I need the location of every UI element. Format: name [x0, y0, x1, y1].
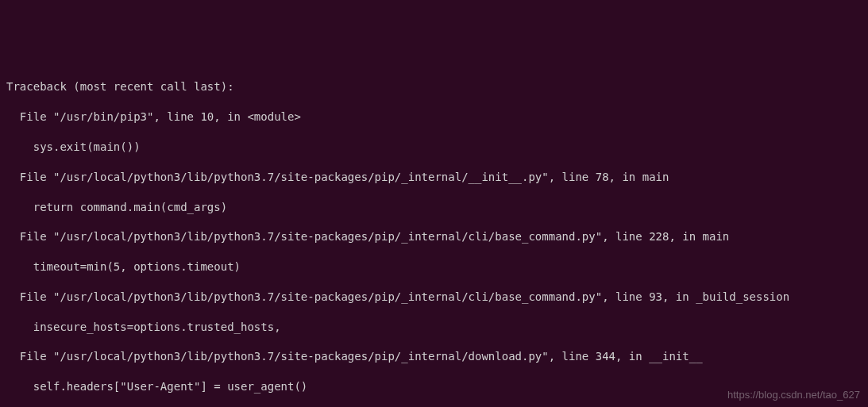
traceback-line: self.headers["User-Agent"] = user_agent(… [6, 379, 862, 394]
traceback-line: Traceback (most recent call last): [6, 79, 862, 94]
traceback-line: File "/usr/local/python3/lib/python3.7/s… [6, 229, 862, 244]
traceback-line: sys.exit(main()) [6, 140, 862, 155]
traceback-line: File "/usr/local/python3/lib/python3.7/s… [6, 170, 862, 185]
traceback-line: timeout=min(5, options.timeout) [6, 259, 862, 275]
terminal-output: Traceback (most recent call last): File … [6, 65, 862, 407]
traceback-line: File "/usr/bin/pip3", line 10, in <modul… [6, 109, 862, 125]
traceback-line: insecure_hosts=options.trusted_hosts, [6, 320, 862, 335]
traceback-line: File "/usr/local/python3/lib/python3.7/s… [6, 349, 862, 364]
traceback-line: File "/usr/local/python3/lib/python3.7/s… [6, 290, 862, 305]
traceback-line: return command.main(cmd_args) [6, 200, 862, 215]
